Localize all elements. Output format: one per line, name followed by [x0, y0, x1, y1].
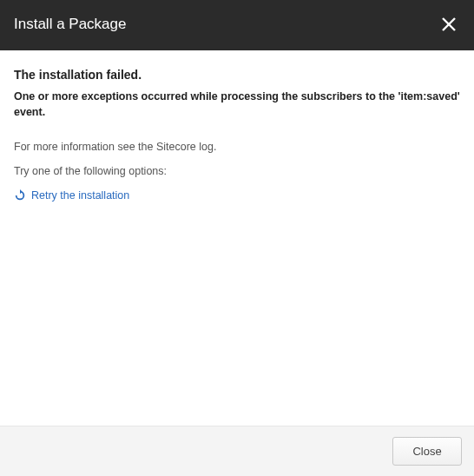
refresh-icon — [14, 189, 26, 202]
close-button[interactable]: Close — [392, 437, 462, 466]
retry-link[interactable]: Retry the installation — [31, 189, 129, 202]
dialog-header: Install a Package — [0, 0, 474, 50]
svg-marker-2 — [20, 189, 23, 194]
dialog-title: Install a Package — [14, 16, 126, 33]
retry-row: Retry the installation — [14, 189, 460, 202]
close-icon[interactable] — [438, 15, 460, 34]
dialog-content: The installation failed. One or more exc… — [0, 50, 474, 426]
options-text: Try one of the following options: — [14, 165, 460, 177]
error-title: The installation failed. — [14, 68, 460, 82]
error-message: One or more exceptions occurred while pr… — [14, 89, 460, 120]
dialog-footer: Close — [0, 426, 474, 476]
info-text: For more information see the Sitecore lo… — [14, 141, 460, 153]
